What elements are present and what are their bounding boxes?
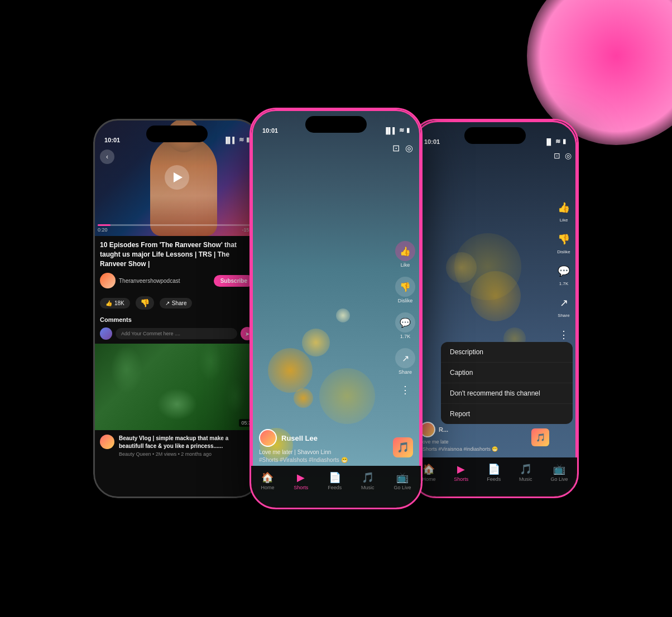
feeds-nav-label: Feeds <box>328 485 342 490</box>
r-share-icon[interactable]: ↗ <box>555 294 573 312</box>
video-channel-row: Theranveershowpodcast Subscribe <box>100 273 254 288</box>
video-thumbnail-2[interactable]: 05:32 <box>93 344 261 430</box>
r-more-action[interactable]: ⋮ <box>555 326 573 344</box>
channel-avatar-2[interactable] <box>100 435 114 449</box>
subscribe-button[interactable]: Subscribe <box>214 275 254 287</box>
golive-nav-icon: 📺 <box>396 471 409 484</box>
right-bokeh-1 <box>471 271 521 321</box>
context-menu: Description Caption Don't recommend this… <box>441 342 573 424</box>
r-nav-golive[interactable]: 📺 Go Live <box>551 463 568 482</box>
dislike-button[interactable]: 👎 <box>136 296 154 310</box>
wifi-icon: ≋ <box>239 136 244 143</box>
dislike-thumb-icon: 👎 <box>400 282 411 292</box>
shorts-bottom-info: Rusell Lee Love me later | Shavvon Linn … <box>259 429 387 463</box>
comment-action[interactable]: 💬 1.7K <box>395 312 415 339</box>
shorts-avatar[interactable] <box>259 429 277 447</box>
context-menu-caption[interactable]: Caption <box>441 363 573 383</box>
battery-mid-icon: ▮ <box>406 127 410 134</box>
share-icon-mid: ↗ <box>402 353 409 364</box>
r-golive-icon: 📺 <box>553 463 565 475</box>
music-nav-icon: 🎵 <box>362 471 374 484</box>
cast-icon[interactable]: ⊡ <box>392 143 400 153</box>
back-button[interactable]: ‹ <box>100 150 114 164</box>
time-display: 0:20 -15:30 <box>98 227 256 233</box>
comment-icon-circle[interactable]: 💬 <box>395 312 415 332</box>
cast-right-icon[interactable]: ⊡ <box>554 151 560 160</box>
r-tags: #Shorts #Viraisnoa #indiashorts 😁 <box>420 446 549 452</box>
nav-golive-mid[interactable]: 📺 Go Live <box>394 471 411 490</box>
like-icon-circle[interactable]: 👍 <box>395 241 415 261</box>
progress-track[interactable] <box>98 224 256 226</box>
nav-shorts-mid[interactable]: ▶ Shorts <box>294 471 308 490</box>
nav-music-mid[interactable]: 🎵 Music <box>361 471 375 490</box>
shorts-user-row: Rusell Lee <box>259 429 387 447</box>
context-menu-description[interactable]: Description <box>441 342 573 363</box>
elapsed-time: 0:20 <box>98 227 108 233</box>
phone-left: 10:01 ▐▌▌ ≋ ▮ ‹ 0:20 -15:30 <box>93 119 261 498</box>
r-share-arrow: ↗ <box>560 297 568 309</box>
dislike-icon-circle[interactable]: 👎 <box>395 277 415 297</box>
share-icon-circle[interactable]: ↗ <box>395 348 415 368</box>
r-more-icon[interactable]: ⋮ <box>555 326 573 344</box>
time-left: 10:01 <box>104 137 120 143</box>
r-nav-shorts[interactable]: ▶ Shorts <box>454 463 468 482</box>
r-comment-bubble: 💬 <box>558 265 570 277</box>
r-comment-action[interactable]: 💬 1.7K <box>555 262 573 286</box>
shorts-username: Rusell Lee <box>281 434 318 442</box>
home-nav-icon: 🏠 <box>261 471 273 484</box>
dynamic-island-mid <box>305 116 367 133</box>
signal-icon: ▐▌▌ <box>224 137 237 143</box>
time-mid: 10:01 <box>262 127 278 134</box>
like-action[interactable]: 👍 Like <box>395 241 415 268</box>
r-dislike-icon[interactable]: 👎 <box>555 230 573 248</box>
r-like-thumb: 👍 <box>558 201 570 214</box>
r-golive-label: Go Live <box>551 476 568 482</box>
progress-fill <box>98 224 111 226</box>
nav-home-mid[interactable]: 🏠 Home <box>261 471 274 490</box>
r-like-icon[interactable]: 👍 <box>555 199 573 216</box>
more-action[interactable]: ⋮ <box>400 384 410 396</box>
r-share-action[interactable]: ↗ Share <box>555 294 573 318</box>
context-menu-report[interactable]: Report <box>441 404 573 424</box>
camera-icons-right: ⊡ ◎ <box>554 151 572 160</box>
shorts-right-actions: 👍 Like 👎 Dislike 💬 1.7K ↗ Shar <box>395 241 415 396</box>
context-menu-dont-recommend[interactable]: Don't recommend this channel <box>441 383 573 404</box>
r-music-icon: 🎵 <box>520 463 532 475</box>
dynamic-island-left <box>146 126 208 142</box>
status-icons-left: ▐▌▌ ≋ ▮ <box>224 136 249 143</box>
signal-mid-icon: ▐▌▌ <box>384 127 397 134</box>
r-nav-home[interactable]: 🏠 Home <box>422 463 435 482</box>
share-action[interactable]: ↗ Share <box>395 348 415 375</box>
r-music-thumbnail[interactable]: 🎵 <box>531 428 549 446</box>
video2-channel: Beauty Queen <box>119 451 151 457</box>
r-nav-music[interactable]: 🎵 Music <box>519 463 532 482</box>
r-share-label: Share <box>558 313 569 318</box>
camera-icon[interactable]: ◎ <box>405 143 413 153</box>
like-button[interactable]: 👍 18K <box>100 298 130 308</box>
like-count: 18K <box>114 300 124 306</box>
r-nav-feeds[interactable]: 📄 Feeds <box>487 463 501 482</box>
comment-input[interactable]: Add Your Commet here .... <box>116 328 237 339</box>
r-like-action[interactable]: 👍 Like <box>555 199 573 223</box>
play-button[interactable] <box>165 165 189 190</box>
video-info-1: 10 Episodes From 'The Ranveer Show' that… <box>93 236 261 293</box>
camera-right-icon[interactable]: ◎ <box>565 151 572 160</box>
comments-section: Comments ⌄ Add Your Commet here .... ➤ <box>93 313 261 344</box>
r-music-label: Music <box>519 476 532 482</box>
shorts-music-thumbnail[interactable]: 🎵 <box>393 437 413 457</box>
thumb-down-icon: 👎 <box>140 298 150 307</box>
r-comment-icon[interactable]: 💬 <box>555 262 573 280</box>
nav-feeds-mid[interactable]: 📄 Feeds <box>328 471 342 490</box>
share-button[interactable]: ↗ Share <box>160 298 193 308</box>
channel-avatar[interactable] <box>100 273 116 288</box>
like-thumb-icon: 👍 <box>400 246 411 257</box>
status-icons-right: ▐▌ ≋ ▮ <box>544 138 566 145</box>
signal-right-icon: ▐▌ <box>544 138 553 145</box>
shorts-tags: #Shorts #Viralshots #Indiashorts 😁 <box>259 457 387 463</box>
r-dislike-action[interactable]: 👎 Dislike <box>555 230 573 254</box>
video2-details: Beauty Vlog | simple mackup that make a … <box>119 435 242 457</box>
thumb-up-icon: 👍 <box>105 300 112 306</box>
more-icon: ⋮ <box>400 384 410 396</box>
dislike-action[interactable]: 👎 Dislike <box>395 277 415 303</box>
bokeh-3 <box>294 388 313 408</box>
